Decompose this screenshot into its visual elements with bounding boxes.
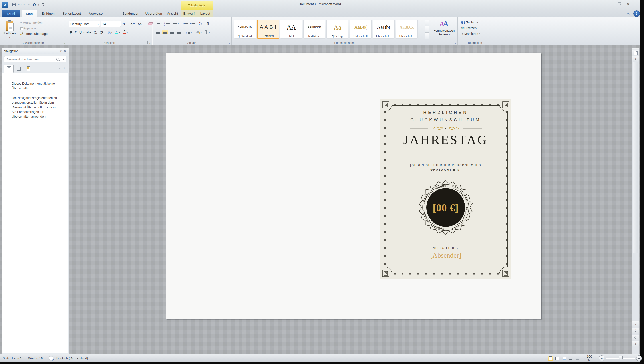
zoom-slider-thumb[interactable]: [619, 356, 623, 360]
vertical-scrollbar[interactable]: ▲ ▼ ▲▲ ▼▼: [632, 48, 639, 354]
underline-dropdown[interactable]: ▾: [84, 31, 84, 34]
underline-button[interactable]: U: [78, 30, 82, 35]
view-draft-button[interactable]: [575, 355, 580, 361]
dialog-launcher-styles[interactable]: [453, 41, 456, 44]
zoom-out-button[interactable]: −: [599, 355, 604, 361]
font-name-combo[interactable]: Century Goth ▾: [69, 21, 100, 27]
grow-font-button[interactable]: A: [122, 21, 128, 27]
borders-button[interactable]: ▾: [204, 30, 211, 35]
tab-start[interactable]: Start: [22, 10, 37, 18]
sender-placeholder[interactable]: [Absender]: [380, 252, 511, 260]
decrease-indent-button[interactable]: [182, 21, 188, 26]
font-color-button[interactable]: A ▾: [122, 30, 129, 35]
document-page[interactable]: HERZLICHEN GLÜCKWUNSCH ZUM JAHRESTAG [GE…: [166, 53, 541, 319]
tab-layout[interactable]: Layout: [198, 10, 212, 17]
align-left-button[interactable]: [155, 30, 161, 34]
previous-heading-button[interactable]: ▲: [58, 67, 61, 69]
zoom-level[interactable]: 100 %: [587, 355, 595, 362]
style-betrag[interactable]: Aa ¶ Betrag: [326, 20, 348, 39]
navigation-pane-menu-button[interactable]: ▼: [59, 50, 63, 53]
tab-datei[interactable]: Datei: [2, 10, 20, 18]
zoom-in-button[interactable]: +: [636, 355, 642, 361]
align-center-button[interactable]: [162, 30, 168, 35]
search-input[interactable]: [4, 58, 56, 61]
align-right-button[interactable]: [169, 30, 175, 34]
minimize-ribbon-button[interactable]: [627, 13, 629, 15]
bold-button[interactable]: F: [69, 30, 72, 35]
gallery-more-button[interactable]: ▼: [424, 33, 430, 39]
select-button[interactable]: ➤ Markieren ▾: [460, 32, 481, 36]
style-unterschrift[interactable]: AaBb( Unterschrift: [350, 20, 372, 39]
find-button[interactable]: Suchen ▾: [460, 20, 481, 25]
tab-einfuegen[interactable]: Einfügen: [38, 10, 58, 17]
italic-button[interactable]: K: [74, 30, 78, 35]
zoom-slider[interactable]: [606, 355, 635, 361]
multilevel-list-button[interactable]: ▾: [172, 21, 180, 26]
greeting-placeholder-line1[interactable]: [GEBEN SIE HIER IHR PERSONLICHES: [380, 163, 511, 167]
sort-button[interactable]: AZ ↓: [198, 21, 203, 26]
search-options-dropdown[interactable]: ▾: [61, 57, 66, 62]
tab-verweise[interactable]: Verweise: [86, 10, 106, 17]
show-paragraph-marks-button[interactable]: ¶: [206, 21, 210, 26]
ruler-toggle-button[interactable]: [632, 50, 639, 56]
seal-badge[interactable]: [00 €]: [417, 178, 474, 236]
search-icon[interactable]: [56, 58, 59, 61]
paste-button[interactable]: Einfügen ▾: [3, 20, 16, 41]
tab-ansicht[interactable]: Ansicht: [165, 10, 180, 17]
close-button[interactable]: ✕: [626, 3, 630, 6]
style-titel[interactable]: AA Titel: [280, 20, 302, 39]
dialog-launcher-clipboard[interactable]: [62, 41, 65, 44]
dialog-launcher-paragraph[interactable]: [227, 41, 230, 44]
paste-dropdown[interactable]: ▾: [9, 36, 10, 38]
increase-indent-button[interactable]: [190, 21, 196, 26]
minimize-button[interactable]: [608, 3, 612, 6]
scroll-down-button[interactable]: ▼: [632, 321, 639, 327]
superscript-button[interactable]: X²: [99, 30, 104, 35]
previous-page-button[interactable]: ▲▲: [632, 328, 639, 333]
style-standard[interactable]: AaBbCcDc ¶ Standard: [234, 20, 256, 39]
dialog-launcher-font[interactable]: [148, 41, 150, 44]
change-case-button[interactable]: Aa▾: [137, 22, 144, 26]
select-browse-object-button[interactable]: [632, 335, 639, 340]
style-untertitel[interactable]: A A B I Untertitel: [257, 20, 279, 39]
language-indicator[interactable]: Deutsch (Deutschland): [56, 356, 88, 360]
shading-button[interactable]: ▾: [196, 31, 203, 34]
numbering-button[interactable]: ▾: [164, 21, 171, 26]
line-spacing-button[interactable]: ↕ ▾: [185, 30, 193, 34]
tab-browse-pages[interactable]: [14, 65, 23, 73]
page-indicator[interactable]: Seite: 1 von 1: [3, 356, 22, 360]
tab-entwurf[interactable]: Entwurf: [181, 10, 197, 17]
scrollbar-thumb[interactable]: [633, 62, 638, 254]
highlight-button[interactable]: ab ▾: [114, 30, 121, 35]
subscript-button[interactable]: X₂: [93, 30, 98, 35]
justify-button[interactable]: [176, 30, 182, 34]
cut-button[interactable]: ✂ Ausschneiden: [19, 20, 50, 25]
bullets-button[interactable]: ▾: [155, 21, 162, 26]
copy-button[interactable]: Kopieren: [19, 26, 50, 31]
style-textkoerper[interactable]: AABBCCD Textkörper: [303, 20, 325, 39]
help-button[interactable]: ?: [633, 11, 640, 17]
gift-certificate[interactable]: HERZLICHEN GLÜCKWUNSCH ZUM JAHRESTAG [GE…: [380, 99, 511, 279]
shrink-font-button[interactable]: A: [130, 22, 136, 26]
view-fullscreen-reading-button[interactable]: [554, 355, 560, 361]
replace-button[interactable]: abac Ersetzen: [460, 26, 481, 30]
style-ueberschrift-2[interactable]: AaBbCc Überschrif...: [396, 20, 418, 39]
view-print-layout-button[interactable]: [548, 355, 553, 361]
greeting-placeholder-line2[interactable]: GRUßWORT EIN]: [380, 168, 511, 171]
word-count[interactable]: Wörter: 16: [28, 356, 43, 360]
tab-sendungen[interactable]: Sendungen: [120, 10, 142, 17]
gallery-scroll-up[interactable]: ▲: [424, 20, 430, 26]
restore-button[interactable]: [617, 3, 621, 6]
tab-browse-results[interactable]: [24, 65, 33, 73]
seal-amount-placeholder[interactable]: [00 €]: [432, 202, 458, 214]
tab-seitenlayout[interactable]: Seitenlayout: [59, 10, 84, 17]
font-size-combo[interactable]: 14 ▾: [101, 21, 121, 27]
style-ueberschrift-1[interactable]: AaBb( Überschrif...: [373, 20, 394, 39]
tab-browse-headings[interactable]: [4, 65, 14, 73]
view-web-layout-button[interactable]: [562, 355, 567, 361]
navigation-pane-close-button[interactable]: ✕: [63, 50, 67, 53]
change-styles-button[interactable]: AA Formatvorlagen ändern ▾: [432, 20, 456, 40]
strikethrough-button[interactable]: abe: [86, 30, 92, 35]
gallery-scroll-down[interactable]: ▼: [424, 26, 430, 33]
split-handle[interactable]: [632, 48, 639, 50]
